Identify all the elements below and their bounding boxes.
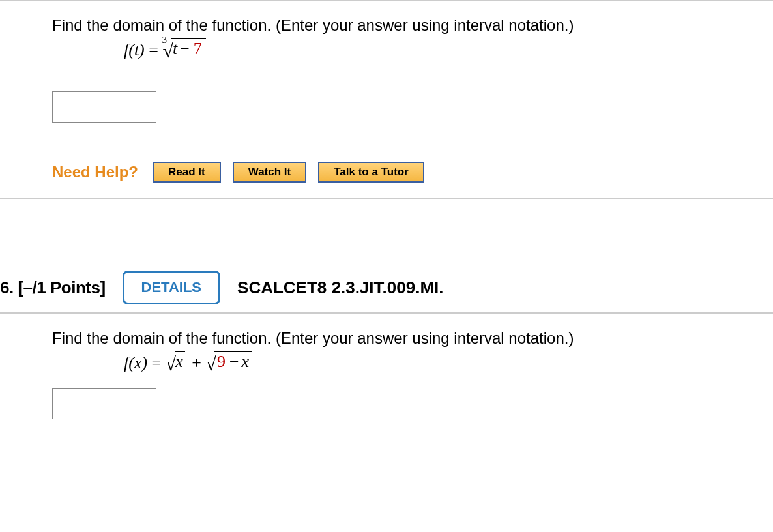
question-reference: SCALCET8 2.3.JIT.009.MI. (237, 278, 443, 298)
question-formula: f(t) = 3 √t−7 (124, 38, 747, 62)
question-6-header: 6. [–/1 Points] DETAILS SCALCET8 2.3.JIT… (0, 244, 773, 313)
question-prompt: Find the domain of the function. (Enter … (52, 329, 747, 347)
formula-lhs: f(x) (124, 353, 147, 372)
watch-it-button[interactable]: Watch It (233, 162, 306, 183)
need-help-label: Need Help? (52, 163, 138, 181)
answer-input[interactable] (52, 388, 156, 419)
read-it-button[interactable]: Read It (153, 162, 221, 183)
answer-input[interactable] (52, 91, 156, 123)
question-prompt: Find the domain of the function. (Enter … (52, 16, 747, 35)
help-row: Need Help? Read It Watch It Talk to a Tu… (52, 162, 747, 183)
question-formula: f(x) = √x + √9−x (124, 351, 747, 375)
question-5-body: Find the domain of the function. (Enter … (0, 0, 773, 199)
question-6-body: Find the domain of the function. (Enter … (0, 313, 773, 439)
formula-lhs: f(t) (124, 40, 145, 59)
details-button[interactable]: DETAILS (123, 271, 220, 304)
root-index: 3 (162, 35, 167, 46)
question-number-points: 6. [–/1 Points] (0, 278, 106, 298)
talk-to-tutor-button[interactable]: Talk to a Tutor (318, 162, 424, 183)
